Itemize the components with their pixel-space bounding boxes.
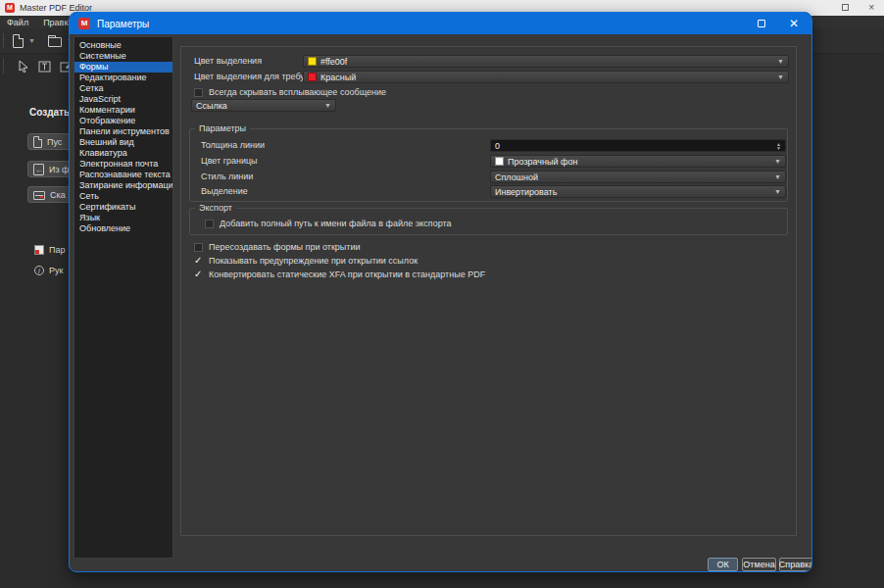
dialog-logo-icon: M (78, 18, 90, 29)
ok-button[interactable]: ОК (708, 558, 738, 571)
sidebar-item-system[interactable]: Системные (74, 51, 172, 62)
blank-document-icon (33, 136, 42, 148)
scanner-icon (33, 191, 45, 200)
red-color-swatch (308, 73, 317, 81)
sidebar-item-certificates[interactable]: Сертификаты (74, 202, 172, 213)
chevron-down-icon: ▼ (774, 188, 781, 195)
sidebar-item-network[interactable]: Сеть (74, 191, 172, 202)
highlight-mode-combo[interactable]: Инвертировать ▼ (490, 185, 786, 198)
highlight-color-label: Цвет выделения (194, 55, 262, 68)
sidebar-item-keyboard[interactable]: Клавиатура (74, 148, 172, 159)
white-color-swatch (495, 157, 504, 166)
params-doc-icon (34, 245, 44, 255)
toolbar-grip[interactable] (3, 59, 7, 74)
sidebar-item-redaction[interactable]: Затирание информации (74, 180, 172, 191)
close-icon[interactable]: × (868, 3, 874, 12)
recreate-forms-label[interactable]: Пересоздавать формы при открытии (209, 241, 360, 254)
guide-link[interactable]: i Рук (34, 266, 63, 275)
sidebar-item-general[interactable]: Основные (74, 40, 172, 51)
hide-popup-label[interactable]: Всегда скрывать всплывающее сообщение (209, 86, 386, 99)
border-color-label: Цвет границы (201, 155, 258, 168)
warn-links-label[interactable]: Показывать предупреждение при открытии с… (209, 255, 417, 268)
create-blank-label: Пус (47, 137, 62, 147)
dialog-close-icon[interactable]: ✕ (789, 19, 799, 28)
chevron-down-icon[interactable]: ▼ (28, 37, 35, 44)
line-style-label: Стиль линии (201, 171, 253, 183)
sidebar-item-email[interactable]: Электронная почта (74, 159, 172, 170)
create-heading: Создать (29, 107, 70, 118)
highlight-mode-label: Выделение (201, 185, 248, 198)
guide-link-label: Рук (49, 266, 63, 275)
chevron-down-icon: ▼ (777, 74, 784, 80)
export-group-title: Экспорт (195, 203, 236, 213)
settings-category-list: Основные Системные Формы Редактирование … (74, 36, 173, 559)
open-folder-icon[interactable] (48, 37, 62, 47)
border-color-combo[interactable]: Прозрачный фон ▼ (490, 155, 786, 168)
required-color-combo[interactable]: Красный ▼ (303, 71, 789, 83)
sidebar-item-ocr[interactable]: Распознавание текста (74, 170, 172, 180)
line-width-value: 0 (495, 141, 500, 151)
highlight-color-combo[interactable]: #ffe00f ▼ (303, 55, 789, 68)
chevron-down-icon: ▼ (324, 102, 331, 109)
preferences-dialog: M Параметры ✕ Основные Системные Формы Р… (69, 12, 812, 572)
sidebar-item-update[interactable]: Обновление (74, 223, 172, 234)
create-scan-label: Ска (50, 190, 66, 200)
sidebar-item-grid[interactable]: Сетка (74, 83, 172, 94)
chevron-down-icon: ▼ (777, 58, 784, 65)
maximize-icon[interactable] (842, 4, 849, 11)
toolbar-grip[interactable] (3, 33, 7, 48)
required-color-value: Красный (320, 73, 356, 82)
link-type-value: Ссылка (196, 101, 227, 111)
params-link[interactable]: Пар (34, 245, 65, 255)
line-style-combo[interactable]: Сплошной ▼ (490, 171, 786, 183)
line-width-label: Толщина линии (201, 139, 265, 152)
dialog-title: Параметры (97, 19, 149, 29)
sidebar-item-comments[interactable]: Комментарии (74, 105, 172, 116)
spinner-arrows-icon[interactable]: ▲▼ (776, 142, 781, 150)
convert-xfa-label[interactable]: Конвертировать статические XFA при откры… (209, 269, 485, 281)
info-icon: i (34, 266, 44, 275)
sidebar-item-appearance[interactable]: Внешний вид (74, 137, 172, 148)
dialog-maximize-icon[interactable] (758, 20, 765, 27)
sidebar-item-language[interactable]: Язык (74, 213, 172, 223)
sidebar-item-javascript[interactable]: JavaScript (74, 94, 172, 105)
hide-popup-checkbox[interactable] (194, 88, 203, 97)
border-color-value: Прозрачный фон (508, 157, 577, 167)
export-full-path-checkbox[interactable] (205, 220, 214, 228)
menu-item-file[interactable]: Файл (7, 18, 28, 27)
dialog-titlebar[interactable]: M Параметры ✕ (70, 13, 811, 34)
forms-settings-panel: Цвет выделения #ffe00f ▼ Цвет выделения … (180, 46, 797, 536)
sidebar-item-editing[interactable]: Редактирование (74, 73, 172, 83)
line-width-spinner[interactable]: 0 ▲▼ (490, 139, 786, 152)
create-from-file-label: Из ф (49, 165, 70, 174)
highlight-mode-value: Инвертировать (495, 187, 557, 197)
link-type-combo[interactable]: Ссылка ▼ (191, 99, 336, 112)
params-link-label: Пар (49, 245, 65, 255)
yellow-color-swatch (308, 57, 317, 66)
edit-text-icon[interactable] (38, 61, 51, 73)
toolbar-grip (41, 33, 42, 48)
sidebar-item-forms[interactable]: Формы (74, 62, 172, 73)
chevron-down-icon: ▼ (774, 173, 781, 180)
cancel-button[interactable]: Отмена (742, 558, 776, 571)
highlight-color-value: #ffe00f (320, 57, 347, 67)
select-cursor-icon[interactable] (18, 60, 29, 73)
import-file-icon (33, 164, 44, 175)
app-logo-icon: M (5, 3, 15, 13)
recreate-forms-checkbox[interactable] (194, 243, 203, 252)
sidebar-item-display[interactable]: Отображение (74, 116, 172, 126)
export-full-path-label[interactable]: Добавить полный путь к имени файла в фай… (220, 218, 452, 230)
chevron-down-icon: ▼ (774, 158, 781, 165)
sidebar-item-toolbars[interactable]: Панели инструментов (74, 126, 172, 137)
parameters-group-title: Параметры (195, 123, 250, 133)
convert-xfa-checkbox[interactable] (194, 270, 203, 279)
new-document-icon[interactable] (13, 34, 24, 48)
warn-links-checkbox[interactable] (194, 257, 203, 266)
line-style-value: Сплошной (495, 172, 538, 182)
help-button[interactable]: Справка (779, 558, 812, 571)
